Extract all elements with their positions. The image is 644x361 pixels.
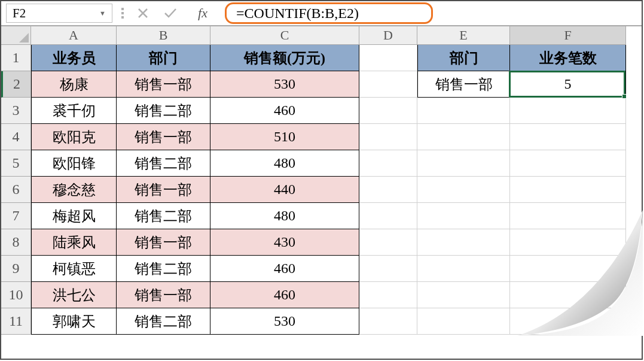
cell[interactable]: 销售一部 [117,177,210,203]
table-row: 11郭啸天销售二部530 [1,308,642,335]
cell[interactable] [359,256,417,282]
col-header-B[interactable]: B [117,26,210,45]
cell[interactable]: 销售一部 [117,124,210,150]
row-header-3[interactable]: 3 [1,98,31,124]
cell[interactable]: 5 [510,71,626,98]
cell[interactable] [510,256,626,282]
cell[interactable] [510,282,626,308]
cell[interactable] [510,177,626,203]
cell[interactable] [359,98,417,124]
cell[interactable]: 杨康 [31,71,117,98]
cell[interactable]: 销售一部 [117,71,210,98]
cell[interactable]: 480 [210,150,359,177]
cell[interactable] [417,150,510,177]
row-header-11[interactable]: 11 [1,308,31,335]
col-header-D[interactable]: D [359,26,417,45]
cell[interactable]: 裘千仞 [31,98,117,124]
cell[interactable]: 销售一部 [417,71,510,98]
cell[interactable] [359,71,417,98]
cell[interactable] [417,203,510,229]
name-box[interactable]: F2 ▼ [6,4,112,23]
cell[interactable]: 460 [210,98,359,124]
row-header-9[interactable]: 9 [1,256,31,282]
cell[interactable]: 销售一部 [117,282,210,308]
header-cell[interactable]: 部门 [417,45,510,71]
row-header-2[interactable]: 2 [1,71,31,98]
fx-button[interactable]: fx [188,4,218,23]
x-icon [138,8,148,19]
header-cell[interactable]: 业务员 [31,45,117,71]
cell[interactable] [359,150,417,177]
cell[interactable]: 销售二部 [117,150,210,177]
row-header-8[interactable]: 8 [1,229,31,256]
select-all-icon [19,33,29,43]
cell[interactable] [510,150,626,177]
cell[interactable] [359,308,417,335]
cell[interactable] [359,203,417,229]
cell[interactable] [510,98,626,124]
cell[interactable]: 销售一部 [117,229,210,256]
cell[interactable]: 欧阳克 [31,124,117,150]
table-row: 10洪七公销售一部460 [1,282,642,308]
drag-handle-icon[interactable] [120,8,126,19]
cell[interactable] [359,124,417,150]
col-header-C[interactable]: C [210,26,359,45]
row-header-6[interactable]: 6 [1,177,31,203]
chevron-down-icon[interactable]: ▼ [99,10,106,17]
select-all-corner[interactable] [1,26,31,45]
cell[interactable]: 销售二部 [117,308,210,335]
name-box-text: F2 [13,6,26,21]
row-header-5[interactable]: 5 [1,150,31,177]
cell[interactable] [359,229,417,256]
row-header-1[interactable]: 1 [1,45,31,71]
cell[interactable]: 460 [210,282,359,308]
header-cell[interactable]: 部门 [117,45,210,71]
formula-input[interactable]: =COUNTIF(B:B,E2) [225,2,433,24]
cell[interactable]: 430 [210,229,359,256]
cell[interactable]: 440 [210,177,359,203]
confirm-button[interactable] [160,4,181,23]
col-header-E[interactable]: E [417,26,510,45]
table-row: 6穆念慈销售一部440 [1,177,642,203]
cell[interactable] [417,98,510,124]
cell[interactable] [417,282,510,308]
header-cell[interactable]: 业务笔数 [510,45,626,71]
cell[interactable]: 郭啸天 [31,308,117,335]
cell[interactable]: 510 [210,124,359,150]
cell[interactable]: 销售二部 [117,98,210,124]
cell[interactable]: 梅超风 [31,203,117,229]
cell[interactable]: 480 [210,203,359,229]
cell[interactable]: 销售二部 [117,203,210,229]
cell[interactable] [359,177,417,203]
cell[interactable]: 洪七公 [31,282,117,308]
row-header-4[interactable]: 4 [1,124,31,150]
cell[interactable]: 柯镇恶 [31,256,117,282]
cell[interactable]: 460 [210,256,359,282]
col-header-F[interactable]: F [510,26,626,45]
header-cell[interactable]: 销售额(万元) [210,45,359,71]
cell[interactable] [417,229,510,256]
cell[interactable]: 530 [210,308,359,335]
cell[interactable] [417,177,510,203]
cell[interactable] [510,308,626,335]
row-header-7[interactable]: 7 [1,203,31,229]
cell[interactable]: 530 [210,71,359,98]
table-row: 2杨康销售一部530销售一部5 [1,71,642,98]
cell[interactable]: 销售二部 [117,256,210,282]
cell[interactable] [417,124,510,150]
cell[interactable] [510,124,626,150]
cell[interactable] [510,229,626,256]
cell[interactable] [417,256,510,282]
cell[interactable] [359,45,417,71]
row-header-10[interactable]: 10 [1,282,31,308]
cancel-button[interactable] [133,4,153,23]
cell[interactable] [359,282,417,308]
col-header-A[interactable]: A [31,26,117,45]
cell[interactable]: 穆念慈 [31,177,117,203]
cell[interactable]: 欧阳锋 [31,150,117,177]
cell[interactable] [510,203,626,229]
cell[interactable]: 陆乘风 [31,229,117,256]
column-headers: A B C D E F [31,26,642,45]
table-row: 7梅超风销售二部480 [1,203,642,229]
cell[interactable] [417,308,510,335]
